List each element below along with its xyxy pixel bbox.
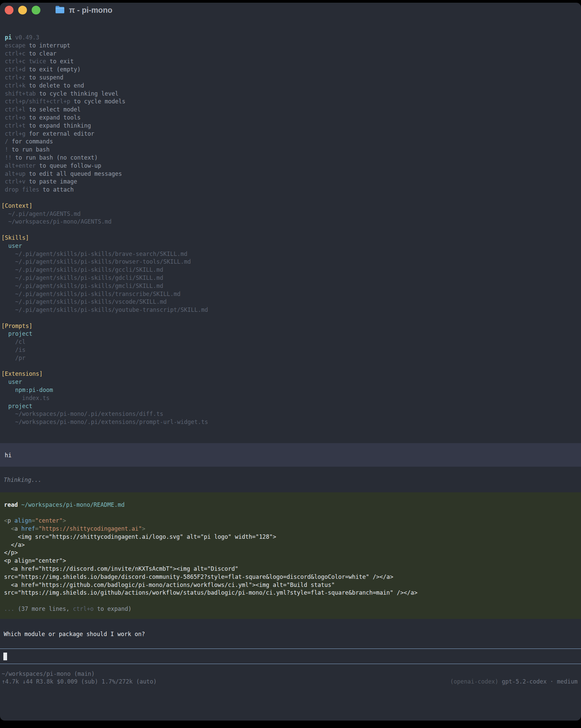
session-intro: pi v0.49.3 escape to interrupt ctrl+c to… <box>0 34 581 426</box>
terminal-line: ~/workspaces/pi-mono/.pi/extensions/prom… <box>1 418 581 426</box>
terminal-line: ctrl+t to expand thinking <box>1 122 581 130</box>
terminal-line: ~/.pi/agent/skills/pi-skills/youtube-tra… <box>1 306 581 314</box>
terminal-line: alt+enter to queue follow-up <box>1 162 581 170</box>
terminal-line: ~/.pi/agent/skills/pi-skills/transcribe/… <box>1 290 581 298</box>
terminal-line: shift+tab to cycle thinking level <box>1 90 581 98</box>
terminal-line: /pr <box>1 354 581 362</box>
terminal-line: Thinking... <box>4 476 581 484</box>
terminal-line: ~/workspaces/pi-mono/AGENTS.md <box>1 218 581 226</box>
terminal-line <box>1 314 581 322</box>
terminal-line: escape to interrupt <box>1 42 581 50</box>
terminal-line: ~/.pi/agent/skills/pi-skills/gmcli/SKILL… <box>1 282 581 290</box>
terminal-line: user <box>1 242 581 250</box>
terminal-line: ~/.pi/agent/skills/pi-skills/gccli/SKILL… <box>1 266 581 274</box>
terminal-line: ! to run bash <box>1 146 581 154</box>
terminal-line: /cl <box>1 338 581 346</box>
assistant-question: Which module or package should I work on… <box>0 630 581 639</box>
terminal-line: npm:pi-doom <box>1 386 581 394</box>
terminal-line: [Prompts] <box>1 322 581 330</box>
terminal-line: alt+up to edit all queued messages <box>1 170 581 178</box>
terminal-line: ctrl+p/shift+ctrl+p to cycle models <box>1 98 581 106</box>
minimize-button[interactable] <box>18 6 27 15</box>
window-title: π - pi-mono <box>69 5 112 15</box>
terminal-line: ~/workspaces/pi-mono/.pi/extensions/diff… <box>1 410 581 418</box>
terminal-line: drop files to attach <box>1 186 581 194</box>
terminal-line: ctrl+l to select model <box>1 106 581 114</box>
terminal-line: ctrl+k to delete to end <box>1 82 581 90</box>
terminal-line: !! to run bash (no context) <box>1 154 581 162</box>
terminal-line: </p> <box>4 549 577 557</box>
terminal-line: ctrl+c to clear <box>1 50 581 58</box>
terminal-line: [Skills] <box>1 234 581 242</box>
terminal-line: ctrl+c twice to exit <box>1 58 581 66</box>
terminal-line: (openai-codex) gpt-5.2-codex · medium <box>450 678 578 686</box>
terminal-line: <p align="center"> <box>4 517 577 525</box>
folder-icon <box>55 5 64 14</box>
thinking-indicator: Thinking... <box>0 476 581 484</box>
terminal-line: ... (37 more lines, ctrl+o to expand) <box>4 605 577 613</box>
user-message: hi <box>0 443 581 467</box>
terminal-line: ~/.pi/agent/skills/pi-skills/brave-searc… <box>1 250 581 258</box>
terminal-line: ctrl+z to suspend <box>1 74 581 82</box>
terminal-line: [Context] <box>1 202 581 210</box>
terminal-line: ~/.pi/agent/AGENTS.md <box>1 210 581 218</box>
terminal-line: user <box>1 378 581 386</box>
terminal-line: ctrl+v to paste image <box>1 178 581 186</box>
terminal-line <box>4 509 577 517</box>
terminal-window: π - pi-mono pi v0.49.3 escape to interru… <box>0 3 581 721</box>
terminal-line: ~/.pi/agent/skills/pi-skills/gdcli/SKILL… <box>1 274 581 282</box>
tool-call-read: read ~/workspaces/pi-mono/README.md <p a… <box>0 492 581 619</box>
terminal-body: pi v0.49.3 escape to interrupt ctrl+c to… <box>0 18 581 686</box>
terminal-line: <a href="https://github.com/badlogic/pi-… <box>4 581 577 589</box>
terminal-line: ~/.pi/agent/skills/pi-skills/browser-too… <box>1 258 581 266</box>
terminal-line: src="https://img.shields.io/github/actio… <box>4 589 577 597</box>
terminal-line: <a href="https://discord.com/invite/nKXT… <box>4 565 577 573</box>
terminal-line: hi <box>5 451 576 460</box>
terminal-line: read ~/workspaces/pi-mono/README.md <box>4 501 577 509</box>
terminal-line <box>4 597 577 605</box>
terminal-line: index.ts <box>1 394 581 402</box>
status-bar: ~/workspaces/pi-mono (main)↑4.7k ↓44 R3.… <box>0 670 581 686</box>
terminal-line: project <box>1 402 581 411</box>
terminal-line: ctrl+o to expand tools <box>1 114 581 122</box>
terminal-line: pi v0.49.3 <box>1 34 581 42</box>
terminal-line: <img src="https://shittycodingagent.ai/l… <box>4 533 577 541</box>
terminal-line <box>1 362 581 370</box>
terminal-line: / for commands <box>1 138 581 146</box>
close-button[interactable] <box>5 6 14 15</box>
terminal-line: ctrl+d to exit (empty) <box>1 66 581 74</box>
zoom-button[interactable] <box>32 6 41 15</box>
terminal-line: <p align="center"> <box>4 557 577 565</box>
title-bar[interactable]: π - pi-mono <box>0 3 581 18</box>
terminal-line <box>1 226 581 234</box>
terminal-line: Which module or package should I work on… <box>4 630 581 639</box>
terminal-line: ~/workspaces/pi-mono (main) <box>2 670 578 678</box>
status-right: (openai-codex) gpt-5.2-codex · medium <box>450 678 578 686</box>
text-cursor <box>3 653 7 660</box>
terminal-line <box>1 194 581 202</box>
prompt-input[interactable] <box>0 649 581 664</box>
terminal-line: project <box>1 330 581 338</box>
terminal-line: [Extensions] <box>1 370 581 378</box>
terminal-line: ~/.pi/agent/skills/pi-skills/vscode/SKIL… <box>1 298 581 306</box>
terminal-line: src="https://img.shields.io/badge/discor… <box>4 573 577 581</box>
terminal-line: ctrl+g for external editor <box>1 130 581 138</box>
terminal-line: </a> <box>4 541 577 549</box>
terminal-line: /is <box>1 346 581 354</box>
terminal-line: <a href="https://shittycodingagent.ai"> <box>4 525 577 533</box>
